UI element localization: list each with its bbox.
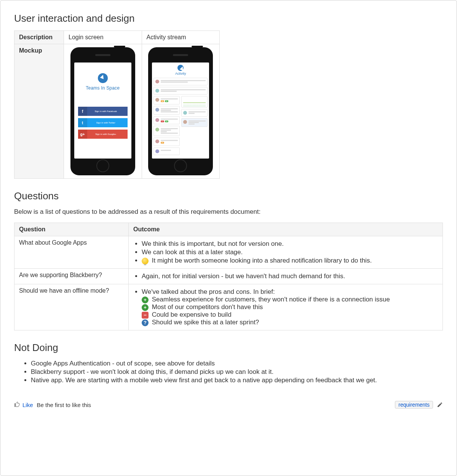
- questions-intro: Below is a list of questions to be addre…: [14, 208, 443, 216]
- like-label: Like: [22, 402, 33, 408]
- mockup-col-activity: Activity stream: [142, 31, 220, 44]
- thumbs-up-icon: [14, 401, 20, 409]
- document-page: User interaction and design Description …: [0, 0, 457, 476]
- page-footer: Like Be the first to like this requireme…: [14, 401, 443, 409]
- activity-title: Activity: [153, 72, 208, 75]
- signin-twitter-label: Sign in with Twitter: [87, 122, 128, 124]
- twitter-icon: t: [78, 118, 87, 127]
- brand-text: Teams In Space: [74, 85, 131, 91]
- signin-google-button[interactable]: g+ Sign in with Google+: [78, 130, 128, 139]
- bulb-icon: [142, 258, 149, 264]
- outcome-item: It might be worth someone looking into a…: [142, 257, 438, 264]
- question-cell: Should we have an offline mode?: [14, 284, 129, 330]
- mockup-col-login: Login screen: [64, 31, 142, 44]
- outcome-subitem: + Seamless experience for customers, the…: [142, 296, 438, 303]
- edit-labels-button[interactable]: [437, 402, 443, 408]
- signin-facebook-button[interactable]: f Sign in with Facebook: [78, 107, 128, 116]
- list-item: Blackberry support - we won't look at do…: [31, 368, 443, 376]
- outcome-cell: We think this is important, but not for …: [129, 236, 443, 269]
- signin-google-label: Sign in with Google+: [87, 133, 128, 135]
- list-item: Native app. We are starting with a mobil…: [31, 377, 443, 384]
- outcome-subitem: ? Should we spike this at a later sprint…: [142, 319, 438, 326]
- table-row: Should we have an offline mode?We've tal…: [14, 284, 443, 330]
- rocket-logo-icon: [177, 65, 184, 71]
- heading-questions: Questions: [14, 190, 443, 202]
- outcome-item: We can look at this at a later stage.: [142, 248, 438, 256]
- notdoing-list: Google Apps Authentication - out of scop…: [14, 360, 443, 384]
- outcome-item: We think this is important, but not for …: [142, 240, 438, 248]
- rocket-logo-icon: [98, 73, 108, 83]
- outcome-cell: Again, not for initial version - but we …: [129, 269, 443, 284]
- table-row: What about Google AppsWe think this is i…: [14, 236, 443, 269]
- plus-icon: +: [142, 304, 149, 311]
- questions-table: Question Outcome What about Google AppsW…: [14, 223, 443, 330]
- phone-mockup-activity: Activity AB CD E: [148, 47, 213, 175]
- google-plus-icon: g+: [78, 130, 87, 139]
- list-item: Google Apps Authentication - out of scop…: [31, 360, 443, 367]
- outcome-item: We've talked about the pros and cons. In…: [142, 288, 438, 326]
- q-icon: ?: [142, 319, 149, 326]
- qtable-header-question: Question: [14, 223, 129, 236]
- mockup-cell-activity: Activity AB CD E: [142, 44, 220, 179]
- like-button[interactable]: Like: [14, 401, 33, 409]
- label-requirements[interactable]: requirements: [395, 401, 433, 409]
- mockup-rowheader-description: Description: [14, 31, 64, 44]
- table-row: Are we supporting Blackberry?Again, not …: [14, 269, 443, 284]
- outcome-cell: We've talked about the pros and cons. In…: [129, 284, 443, 330]
- mockup-rowheader-mockup: Mockup: [14, 44, 64, 179]
- minus-icon: −: [142, 312, 149, 319]
- outcome-item: Again, not for initial version - but we …: [142, 272, 438, 280]
- phone-mockup-login: Teams In Space f Sign in with Facebook t…: [70, 47, 135, 175]
- qtable-header-outcome: Outcome: [129, 223, 443, 236]
- signin-facebook-label: Sign in with Facebook: [87, 110, 128, 112]
- mockup-cell-login: Teams In Space f Sign in with Facebook t…: [64, 44, 142, 179]
- heading-design: User interaction and design: [14, 13, 443, 24]
- facebook-icon: f: [78, 107, 87, 116]
- mini-chart: [181, 96, 208, 107]
- mockup-table: Description Login screen Activity stream…: [14, 30, 220, 179]
- question-cell: Are we supporting Blackberry?: [14, 269, 129, 284]
- heading-notdoing: Not Doing: [14, 342, 443, 354]
- like-hint: Be the first to like this: [37, 402, 91, 408]
- pencil-icon: [437, 402, 443, 409]
- outcome-subitem: − Could be expensive to build: [142, 311, 438, 319]
- outcome-subitem: + Most of our competitors don't have thi…: [142, 303, 438, 311]
- plus-icon: +: [142, 296, 149, 303]
- question-cell: What about Google Apps: [14, 236, 129, 269]
- signin-twitter-button[interactable]: t Sign in with Twitter: [78, 118, 128, 127]
